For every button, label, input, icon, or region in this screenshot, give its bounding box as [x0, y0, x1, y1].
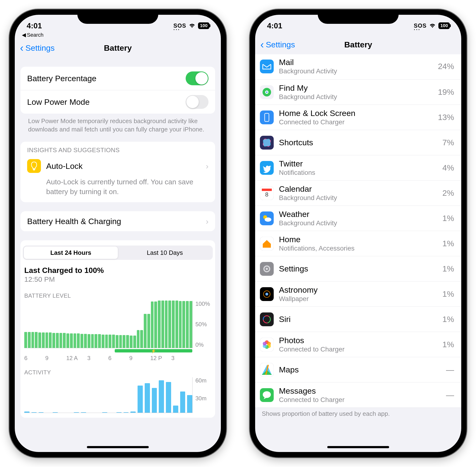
low-power-mode-row[interactable]: Low Power Mode: [21, 90, 215, 114]
activity-yaxis: 60m 30m: [192, 377, 211, 413]
app-row[interactable]: 8 Calendar Background Activity 2%: [255, 181, 461, 206]
segment-10d[interactable]: Last 10 Days: [118, 246, 212, 259]
app-icon: [260, 287, 274, 301]
battery-level-xaxis: 6912 A36912 P3: [24, 352, 211, 363]
breadcrumb-back[interactable]: ◀ Search: [15, 32, 221, 39]
autolock-row[interactable]: Auto-Lock ›: [21, 156, 215, 176]
low-power-toggle[interactable]: [186, 95, 209, 109]
app-row[interactable]: Mail Background Activity 24%: [255, 54, 461, 79]
app-percentage: 4%: [442, 163, 454, 172]
battery-percentage-row[interactable]: Battery Percentage: [21, 67, 215, 90]
app-name: Twitter: [279, 159, 437, 168]
app-name: Settings: [279, 264, 437, 273]
nav-bar: ‹ Settings Battery: [255, 36, 461, 54]
svg-point-4: [266, 91, 267, 93]
chevron-left-icon: ‹: [20, 44, 24, 52]
battery-level-label: BATTERY LEVEL: [24, 286, 211, 300]
app-subtitle: Background Activity: [279, 219, 437, 227]
app-row[interactable]: Settings 1%: [255, 256, 461, 282]
app-subtitle: Background Activity: [279, 67, 433, 75]
svg-point-34: [263, 342, 267, 346]
low-power-label: Low Power Mode: [27, 97, 186, 107]
app-text: Photos Connected to Charger: [279, 336, 437, 353]
back-label: Settings: [266, 40, 295, 49]
content-left[interactable]: Battery Percentage Low Power Mode Low Po…: [15, 58, 221, 452]
battery-percentage-toggle[interactable]: [186, 71, 209, 85]
app-percentage: 1%: [442, 315, 454, 324]
battery-health-label: Battery Health & Charging: [27, 217, 206, 226]
battery-level-yaxis: 100% 50% 0%: [192, 300, 211, 348]
app-icon: [260, 338, 274, 351]
app-usage-list: Mail Background Activity 24% Find My Bac…: [255, 54, 461, 408]
app-percentage: 24%: [438, 62, 454, 71]
app-row[interactable]: Shortcuts 7%: [255, 130, 461, 155]
app-icon: [260, 161, 274, 175]
last-charged-time: 12:50 PM: [24, 275, 211, 283]
app-text: Home & Lock Screen Connected to Charger: [279, 109, 433, 126]
home-indicator[interactable]: [87, 446, 149, 448]
svg-rect-9: [263, 139, 271, 147]
usage-group: Last 24 Hours Last 10 Days Last Charged …: [21, 240, 215, 418]
range-segmented-control[interactable]: Last 24 Hours Last 10 Days: [23, 246, 213, 260]
app-row[interactable]: Siri 1%: [255, 307, 461, 332]
app-row[interactable]: Photos Connected to Charger 1%: [255, 332, 461, 357]
breadcrumb-label: Search: [27, 32, 44, 38]
app-icon: [260, 262, 274, 276]
app-name: Find My: [279, 83, 433, 93]
sos-indicator: SOS: [414, 22, 427, 29]
app-row[interactable]: Home Notifications, Accessories 1%: [255, 231, 461, 256]
power-group: Battery Percentage Low Power Mode: [21, 67, 215, 114]
app-row[interactable]: Twitter Notifications 4%: [255, 155, 461, 181]
app-text: Mail Background Activity: [279, 58, 433, 75]
svg-rect-12: [262, 189, 272, 191]
app-percentage: 1%: [442, 239, 454, 248]
app-row[interactable]: Maps —: [255, 357, 461, 382]
app-subtitle: Wallpaper: [279, 295, 437, 303]
app-text: Calendar Background Activity: [279, 184, 437, 202]
svg-point-16: [265, 217, 271, 222]
nav-bar: ‹ Settings Battery: [15, 39, 221, 58]
app-subtitle: Connected to Charger: [279, 396, 441, 404]
content-right[interactable]: Mail Background Activity 24% Find My Bac…: [255, 54, 461, 450]
health-group: Battery Health & Charging ›: [21, 211, 215, 231]
battery-icon: 100: [438, 22, 450, 29]
app-icon: [260, 237, 274, 250]
status-time: 4:01: [267, 21, 282, 30]
screen-left: 4:01 SOS 100 ◀ Search ‹ Settings Battery: [15, 15, 221, 452]
activity-bars: [24, 377, 192, 413]
back-button[interactable]: ‹ Settings: [20, 43, 55, 53]
app-text: Maps: [279, 365, 441, 374]
app-row[interactable]: Find My Background Activity 19%: [255, 79, 461, 105]
segment-24h[interactable]: Last 24 Hours: [24, 246, 118, 259]
app-percentage: 1%: [442, 289, 454, 299]
app-text: Weather Background Activity: [279, 209, 437, 227]
app-percentage: —: [446, 365, 454, 374]
app-row[interactable]: Home & Lock Screen Connected to Charger …: [255, 105, 461, 130]
app-icon: [260, 85, 274, 99]
notch: [77, 10, 158, 24]
svg-text:8: 8: [265, 191, 268, 198]
app-row[interactable]: Messages Connected to Charger —: [255, 382, 461, 408]
app-percentage: 7%: [442, 138, 454, 147]
home-indicator[interactable]: [327, 446, 389, 448]
svg-point-23: [265, 293, 268, 296]
app-name: Siri: [279, 315, 437, 324]
last-charged-title: Last Charged to 100%: [24, 266, 211, 275]
app-subtitle: Background Activity: [279, 93, 433, 101]
notch: [318, 10, 399, 24]
app-row[interactable]: Weather Background Activity 1%: [255, 206, 461, 231]
app-name: Messages: [279, 386, 441, 396]
app-percentage: —: [446, 390, 454, 400]
app-name: Maps: [279, 365, 441, 374]
battery-level-bars: [24, 300, 192, 348]
battery-health-row[interactable]: Battery Health & Charging ›: [21, 211, 215, 231]
app-subtitle: Connected to Charger: [279, 118, 433, 126]
page-title: Battery: [344, 40, 372, 49]
iphone-left: 4:01 SOS 100 ◀ Search ‹ Settings Battery: [10, 10, 226, 457]
back-button[interactable]: ‹ Settings: [260, 40, 295, 49]
app-icon: [260, 211, 274, 225]
status-right: SOS 100: [414, 22, 450, 29]
app-name: Shortcuts: [279, 138, 437, 147]
app-row[interactable]: Astronomy Wallpaper 1%: [255, 282, 461, 307]
chevron-right-icon: ›: [206, 161, 209, 171]
